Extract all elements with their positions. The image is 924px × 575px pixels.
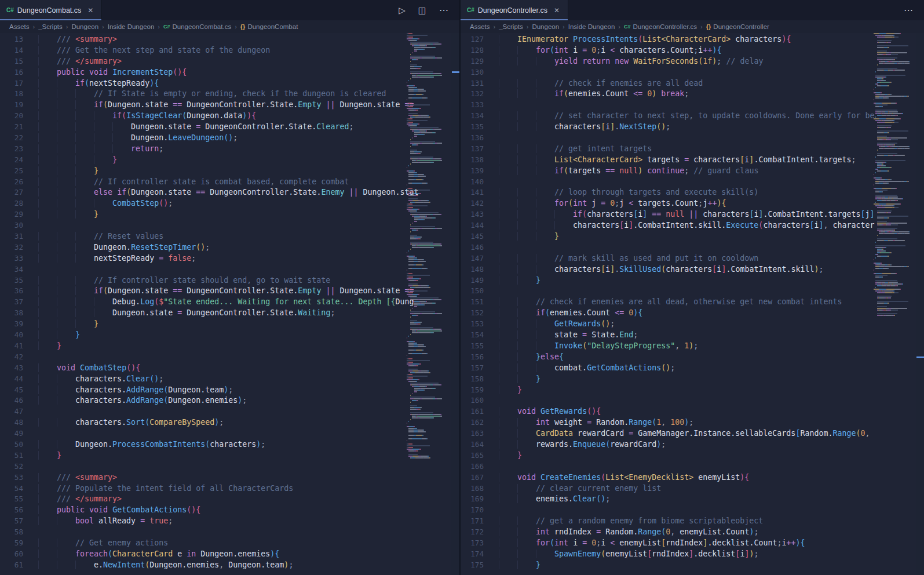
line-number[interactable]: 52 [0, 461, 23, 472]
line-number[interactable]: 129 [461, 56, 484, 67]
code-line[interactable]: 28 CombatStep(); [0, 198, 459, 209]
code-line[interactable]: 127 IEnumerator ProcessIntents(List<Char… [461, 34, 924, 45]
line-number[interactable]: 43 [0, 363, 23, 374]
code-line[interactable]: 153 GetRewards(); [461, 319, 924, 330]
line-number[interactable]: 58 [0, 527, 23, 538]
breadcrumb-item[interactable]: Dungeon [532, 23, 559, 30]
line-number[interactable]: 159 [461, 385, 484, 396]
code-line[interactable]: 41 } [0, 341, 459, 352]
line-number[interactable]: 28 [0, 198, 23, 209]
line-number[interactable]: 152 [461, 308, 484, 319]
code-line[interactable]: 175 } [461, 560, 924, 571]
line-number[interactable]: 127 [461, 34, 484, 45]
line-number[interactable]: 51 [0, 450, 23, 461]
line-number[interactable]: 50 [0, 439, 23, 450]
line-number[interactable]: 169 [461, 494, 484, 505]
code-line[interactable]: 134 // set character to next step, to up… [461, 111, 924, 122]
run-icon[interactable]: ▷ [399, 6, 406, 14]
tab-dungeoncombat[interactable]: C# DungeonCombat.cs ✕ [0, 0, 102, 20]
code-line[interactable]: 156 }else{ [461, 352, 924, 363]
code-line[interactable]: 145 } [461, 231, 924, 242]
code-line[interactable]: 139 if(targets == null) continue; // gua… [461, 166, 924, 177]
code-line[interactable]: 138 List<CharacterCard> targets = charac… [461, 155, 924, 166]
code-line[interactable]: 129 yield return new WaitForSeconds(1f);… [461, 56, 924, 67]
code-line[interactable]: 171 // get a random enemy from biome scr… [461, 516, 924, 527]
line-number[interactable]: 48 [0, 417, 23, 428]
line-number[interactable]: 60 [0, 549, 23, 560]
code-line[interactable]: 45 characters.AddRange(Dungeon.team); [0, 385, 459, 396]
line-number[interactable]: 146 [461, 242, 484, 253]
code-line[interactable]: 141 // loop through targets and execute … [461, 187, 924, 198]
breadcrumb-item[interactable]: Dungeon [71, 23, 98, 30]
line-number[interactable]: 165 [461, 450, 484, 461]
code-line[interactable]: 44 characters.Clear(); [0, 374, 459, 385]
code-line[interactable]: 58 [0, 527, 459, 538]
line-number[interactable]: 174 [461, 549, 484, 560]
line-number[interactable]: 173 [461, 538, 484, 549]
line-number[interactable]: 46 [0, 395, 23, 406]
line-number[interactable]: 170 [461, 505, 484, 516]
line-number[interactable]: 171 [461, 516, 484, 527]
code-line[interactable]: 51 } [0, 450, 459, 461]
code-line[interactable]: 57 bool allReady = true; [0, 516, 459, 527]
line-number[interactable]: 37 [0, 297, 23, 308]
line-number[interactable]: 147 [461, 253, 484, 264]
line-number[interactable]: 162 [461, 417, 484, 428]
code-line[interactable]: 18 // If State is empty or ending, check… [0, 89, 459, 100]
line-number[interactable]: 13 [0, 34, 23, 45]
line-number[interactable]: 139 [461, 166, 484, 177]
line-number[interactable]: 32 [0, 242, 23, 253]
line-number[interactable]: 39 [0, 319, 23, 330]
line-number[interactable]: 35 [0, 275, 23, 286]
tab-dungeoncontroller[interactable]: C# DungeonController.cs ✕ [461, 0, 568, 20]
code-line[interactable]: 55 /// </summary> [0, 494, 459, 505]
code-line[interactable]: 15 /// </summary> [0, 56, 459, 67]
line-number[interactable]: 24 [0, 155, 23, 166]
code-line[interactable]: 20 if(IsStageClear(Dungeon.data)){ [0, 111, 459, 122]
code-line[interactable]: 154 state = State.End; [461, 330, 924, 341]
code-line[interactable]: 128 for(int i = 0;i < characters.Count;i… [461, 45, 924, 56]
line-number[interactable]: 47 [0, 406, 23, 417]
line-number[interactable]: 149 [461, 275, 484, 286]
code-line[interactable]: 169 enemies.Clear(); [461, 494, 924, 505]
line-number[interactable]: 15 [0, 56, 23, 67]
breadcrumb-item[interactable]: _Scripts [499, 23, 523, 30]
code-line[interactable]: 17 if(nextStepReady){ [0, 78, 459, 89]
line-number[interactable]: 137 [461, 144, 484, 155]
line-number[interactable]: 145 [461, 231, 484, 242]
line-number[interactable]: 30 [0, 220, 23, 231]
line-number[interactable]: 141 [461, 187, 484, 198]
line-number[interactable]: 134 [461, 111, 484, 122]
code-line[interactable]: 36 if(Dungeon.state == DungeonController… [0, 286, 459, 297]
code-line[interactable]: 143 if(characters[i] == null || characte… [461, 209, 924, 220]
close-icon[interactable]: ✕ [86, 6, 95, 15]
line-number[interactable]: 56 [0, 505, 23, 516]
code-line[interactable]: 147 // mark skill as used and put it on … [461, 253, 924, 264]
code-line[interactable]: 40 } [0, 330, 459, 341]
line-number[interactable]: 166 [461, 461, 484, 472]
line-number[interactable]: 59 [0, 538, 23, 549]
code-line[interactable]: 50 Dungeon.ProcessCombatIntents(characte… [0, 439, 459, 450]
code-line[interactable]: 60 foreach(CharacterCard e in Dungeon.en… [0, 549, 459, 560]
line-number[interactable]: 34 [0, 264, 23, 275]
line-number[interactable]: 135 [461, 122, 484, 133]
breadcrumb-item[interactable]: C#DungeonController.cs [624, 23, 697, 30]
code-line[interactable]: 56 public void GetCombatActions(){ [0, 505, 459, 516]
code-line[interactable]: 34 [0, 264, 459, 275]
code-line[interactable]: 163 CardData rewardCard = GameManager.In… [461, 428, 924, 439]
code-line[interactable]: 48 characters.Sort(CompareBySpeed); [0, 417, 459, 428]
code-line[interactable]: 167 void CreateEnemies(List<EnemyDecklis… [461, 472, 924, 483]
line-number[interactable]: 153 [461, 319, 484, 330]
line-number[interactable]: 128 [461, 45, 484, 56]
code-line[interactable]: 14 /// Get the next step and state of th… [0, 45, 459, 56]
code-line[interactable]: 142 for(int j = 0;j < targets.Count;j++)… [461, 198, 924, 209]
line-number[interactable]: 36 [0, 286, 23, 297]
line-number[interactable]: 22 [0, 133, 23, 144]
line-number[interactable]: 155 [461, 341, 484, 352]
line-number[interactable]: 49 [0, 428, 23, 439]
code-line[interactable]: 53 /// <summary> [0, 472, 459, 483]
code-line[interactable]: 39 } [0, 319, 459, 330]
line-number[interactable]: 18 [0, 89, 23, 100]
line-number[interactable]: 148 [461, 264, 484, 275]
minimap[interactable] [872, 33, 910, 316]
